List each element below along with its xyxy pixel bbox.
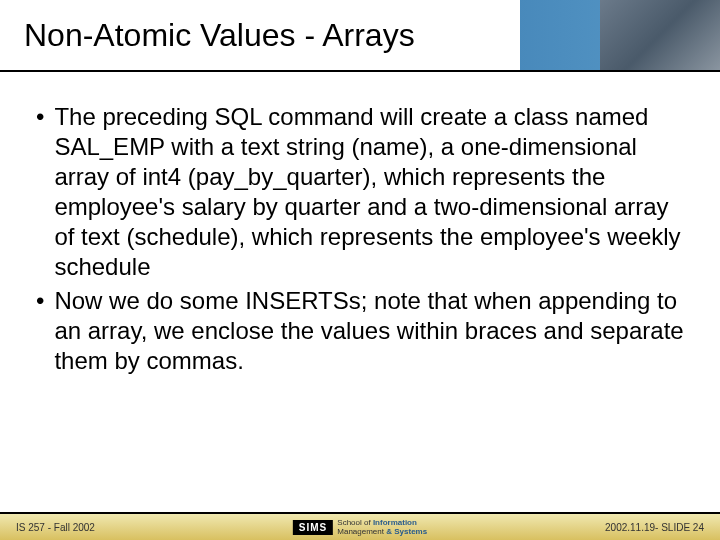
header-decorative-image [600,0,720,70]
bullet-marker: • [36,102,44,282]
footer-right-text: 2002.11.19- SLIDE 24 [605,522,704,533]
sims-logo-subtitle: School of Information Management & Syste… [337,518,427,536]
slide-header: Non-Atomic Values - Arrays [0,0,720,70]
sims-logo: SIMS [293,520,333,535]
bullet-text: The preceding SQL command will create a … [54,102,684,282]
footer-logo-block: SIMS School of Information Management & … [293,518,427,536]
title-background: Non-Atomic Values - Arrays [0,0,520,70]
footer-left-text: IS 257 - Fall 2002 [16,522,95,533]
bullet-item: • Now we do some INSERTSs; note that whe… [36,286,684,376]
slide-content: • The preceding SQL command will create … [0,72,720,376]
bullet-item: • The preceding SQL command will create … [36,102,684,282]
bullet-text: Now we do some INSERTSs; note that when … [54,286,684,376]
slide-title: Non-Atomic Values - Arrays [24,17,415,54]
slide-footer: IS 257 - Fall 2002 SIMS School of Inform… [0,512,720,540]
bullet-marker: • [36,286,44,376]
